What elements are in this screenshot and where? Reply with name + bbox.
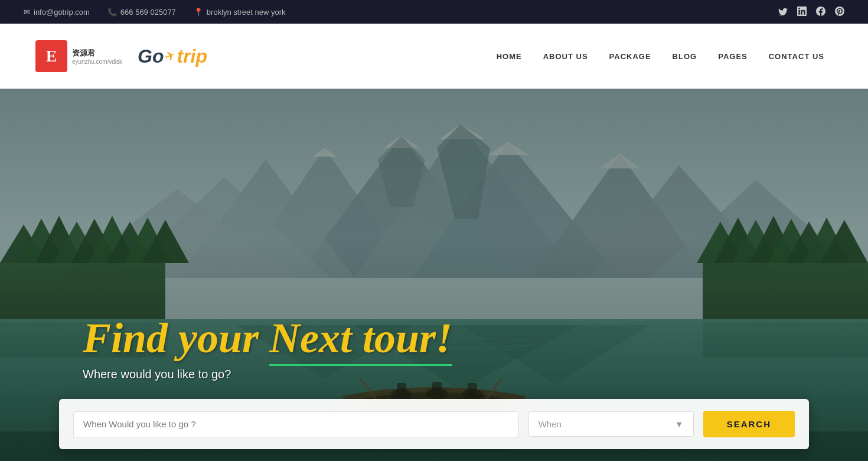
logo-text: 资源君 eyunzhu.com/vdisk <box>72 48 122 65</box>
search-bar-wrapper: When ▼ SEARCH <box>0 399 868 449</box>
search-bar: When ▼ SEARCH <box>59 399 809 449</box>
top-bar: ✉ info@gotrip.com 📞 666 569 025077 📍 bro… <box>0 0 868 24</box>
nav-contact[interactable]: CONTACT US <box>761 46 833 67</box>
linkedin-icon[interactable] <box>797 7 807 18</box>
hero-title: Find your Next tour! <box>0 315 868 362</box>
hero-section: Find your Next tour! Where would you lik… <box>0 89 868 461</box>
logo-icon: E <box>35 40 67 72</box>
twitter-icon[interactable] <box>778 7 788 17</box>
destination-input-wrapper[interactable] <box>73 411 519 437</box>
top-bar-contact: ✉ info@gotrip.com 📞 666 569 025077 📍 bro… <box>24 8 286 17</box>
destination-input[interactable] <box>83 419 509 429</box>
address-info: 📍 broklyn street new york <box>194 8 286 17</box>
logo-area[interactable]: E 资源君 eyunzhu.com/vdisk Go ✈ trip <box>35 40 207 72</box>
social-links <box>778 7 844 18</box>
brand-go: Go <box>138 46 164 67</box>
when-dropdown[interactable]: When ▼ <box>528 411 694 437</box>
nav-home[interactable]: HOME <box>488 46 530 67</box>
location-icon: 📍 <box>194 8 203 17</box>
pinterest-icon[interactable] <box>835 7 844 18</box>
nav-package[interactable]: PACKAGE <box>601 46 660 67</box>
brand-logo: Go ✈ trip <box>138 46 207 67</box>
nav-pages[interactable]: PAGES <box>710 46 756 67</box>
main-nav: HOME ABOUT US PACKAGE BLOG PAGES CONTACT… <box>488 46 833 67</box>
header: E 资源君 eyunzhu.com/vdisk Go ✈ trip HOME A… <box>0 24 868 89</box>
hero-subtitle: Where would you like to go? <box>0 368 868 381</box>
brand-trip: trip <box>177 46 207 67</box>
plane-icon: ✈ <box>163 47 178 66</box>
phone-icon: 📞 <box>107 8 117 17</box>
search-button[interactable]: SEARCH <box>703 411 795 437</box>
phone-info: 📞 666 569 025077 <box>107 8 176 17</box>
email-icon: ✉ <box>24 8 30 17</box>
facebook-icon[interactable] <box>816 7 825 18</box>
hero-content: Find your Next tour! Where would you lik… <box>0 315 868 461</box>
chevron-down-icon: ▼ <box>675 419 684 429</box>
nav-about[interactable]: ABOUT US <box>535 46 596 67</box>
nav-blog[interactable]: BLOG <box>664 46 706 67</box>
email-info: ✉ info@gotrip.com <box>24 8 90 17</box>
